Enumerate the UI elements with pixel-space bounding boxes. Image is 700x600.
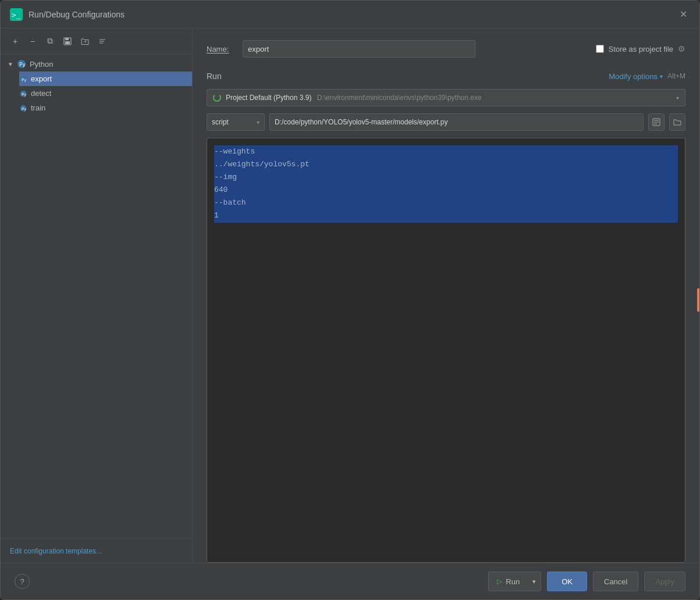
store-project-area: Store as project file ⚙ (596, 44, 685, 53)
run-triangle-icon: ▷ (497, 577, 502, 585)
param-line-0: --weights (214, 145, 678, 158)
sidebar-tree: ▼ Py Python Py export (1, 54, 192, 538)
orange-accent (697, 288, 699, 312)
interpreter-select[interactable]: Project Default (Python 3.9) D:\environm… (207, 89, 685, 106)
titlebar: >_ Run/Debug Configurations ✕ (1, 1, 699, 28)
edit-icon (652, 118, 660, 126)
folder-icon (673, 118, 681, 126)
store-project-label: Store as project file (609, 45, 673, 53)
name-label: Name: (207, 45, 236, 53)
modify-options-button[interactable]: Modify options ▾ (609, 72, 663, 81)
svg-text:Py: Py (22, 92, 26, 97)
svg-text:Py: Py (19, 62, 26, 67)
sidebar-footer: Edit configuration templates... (1, 538, 192, 563)
interpreter-status-icon (213, 94, 221, 102)
script-type-chevron-icon: ▾ (257, 119, 260, 126)
svg-text:Py: Py (22, 106, 26, 111)
add-folder-button[interactable]: + (77, 34, 93, 49)
run-section-title: Run (207, 72, 222, 81)
parameters-textarea[interactable]: --weights../weights/yolov5s.pt--img640--… (207, 138, 685, 563)
apply-button[interactable]: Apply (644, 572, 685, 591)
bottom-bar: ? ▷ Run ▾ OK Cancel Apply (1, 563, 699, 599)
python-group-chevron: ▼ (8, 61, 13, 67)
run-dropdown-button[interactable]: ▾ (528, 572, 541, 591)
browse-script-button[interactable] (669, 113, 685, 131)
sidebar-children: Py export Py detect Py (1, 72, 192, 115)
edit-templates-link[interactable]: Edit configuration templates... (10, 547, 102, 555)
sidebar-item-detect[interactable]: Py detect (19, 86, 192, 101)
bottom-left: ? (15, 574, 30, 589)
param-line-5: 1 (214, 209, 678, 222)
ok-button[interactable]: OK (547, 572, 587, 591)
python-file-icon-detect: Py (19, 90, 27, 98)
edit-script-button[interactable] (648, 113, 665, 131)
dialog-title: Run/Debug Configurations (29, 10, 676, 19)
sort-button[interactable] (95, 34, 110, 49)
sidebar-python-group[interactable]: ▼ Py Python (1, 56, 192, 72)
svg-text:Py: Py (22, 77, 26, 82)
params-content: --weights../weights/yolov5s.pt--img640--… (214, 145, 678, 223)
sidebar-item-detect-label: detect (31, 89, 51, 98)
python-file-icon-train: Py (19, 104, 27, 112)
name-input[interactable] (243, 40, 475, 58)
param-line-1: ../weights/yolov5s.pt (214, 158, 678, 171)
cancel-button[interactable]: Cancel (593, 572, 638, 591)
close-button[interactable]: ✕ (676, 8, 690, 22)
run-debug-dialog: >_ Run/Debug Configurations ✕ + − ⧉ (0, 0, 700, 600)
interpreter-label: Project Default (Python 3.9) D:\environm… (226, 94, 482, 102)
run-section-header: Run Modify options ▾ Alt+M (207, 72, 685, 81)
script-type-select[interactable]: script ▾ (207, 113, 265, 131)
help-button[interactable]: ? (15, 574, 30, 589)
modify-options-shortcut: Alt+M (667, 72, 685, 80)
bottom-actions: ▷ Run ▾ OK Cancel Apply (488, 572, 685, 591)
param-line-2: --img (214, 171, 678, 184)
run-button[interactable]: ▷ Run (488, 572, 528, 591)
sidebar-item-train[interactable]: Py train (19, 101, 192, 115)
sidebar-toolbar: + − ⧉ + (1, 28, 192, 54)
save-config-button[interactable] (60, 34, 75, 49)
store-project-checkbox[interactable] (596, 45, 604, 53)
app-icon: >_ (10, 8, 23, 21)
interpreter-row: Project Default (Python 3.9) D:\environm… (207, 89, 685, 106)
script-path-input[interactable] (269, 113, 644, 131)
svg-rect-4 (65, 41, 70, 44)
svg-text:>_: >_ (12, 10, 21, 19)
sidebar-item-train-label: train (31, 103, 45, 112)
add-config-button[interactable]: + (8, 34, 23, 49)
remove-config-button[interactable]: − (25, 34, 40, 49)
sidebar-item-export-label: export (31, 74, 52, 83)
python-file-icon: Py (19, 75, 27, 83)
script-row: script ▾ (207, 113, 685, 131)
copy-config-button[interactable]: ⧉ (42, 34, 58, 49)
svg-rect-3 (65, 38, 69, 40)
param-line-3: 640 (214, 184, 678, 197)
main-content: + − ⧉ + (1, 28, 699, 563)
sidebar-item-export[interactable]: Py export (19, 72, 192, 86)
sidebar: + − ⧉ + (1, 28, 193, 563)
python-icon: Py (17, 59, 26, 69)
name-row: Name: Store as project file ⚙ (207, 40, 685, 58)
param-line-4: --batch (214, 197, 678, 209)
python-group-label: Python (30, 60, 53, 69)
svg-text:+: + (84, 39, 87, 45)
run-button-wrapper: ▷ Run ▾ (488, 572, 541, 591)
right-panel: Name: Store as project file ⚙ Run Modify… (193, 28, 699, 563)
interpreter-path: D:\environment\miniconda\envs\python39\p… (317, 94, 482, 102)
store-project-gear-icon[interactable]: ⚙ (678, 44, 685, 53)
run-dropdown-chevron-icon: ▾ (532, 578, 536, 585)
interpreter-chevron-icon: ▾ (676, 95, 679, 101)
